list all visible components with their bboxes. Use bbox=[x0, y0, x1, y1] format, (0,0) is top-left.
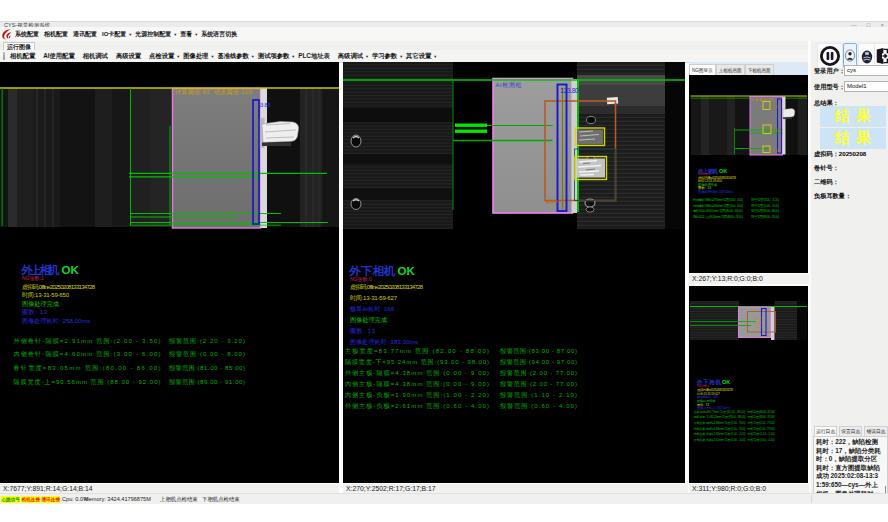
app-status-bar: 心跳信号 相机连接 通讯连接 Cpu: 0.0% Memory: 3424.41… bbox=[0, 493, 888, 504]
camera-view-left[interactable]: 53.88 计算阈值:93, 动态阈值:100 外上相机 OK NG张数:1 虚… bbox=[0, 62, 339, 483]
svg-text:虚拟码:0ffline20250208133134728: 虚拟码:0ffline20250208133134728 bbox=[22, 283, 96, 290]
left-view-coords: X:7677;Y:891;R:14;G:14;B:14 bbox=[3, 485, 93, 492]
svg-text:报警范围:(2.20 - 3.20): 报警范围:(2.20 - 3.20) bbox=[168, 337, 245, 345]
svg-text:报警范围:(2.00 - 77.00): 报警范围:(2.00 - 77.00) bbox=[748, 426, 775, 430]
svg-text:内侧卷针-隔膜=4.60mm 范围:(3.00 - 6.00: 内侧卷针-隔膜=4.60mm 范围:(3.00 - 6.00) bbox=[693, 203, 743, 208]
user-icon bbox=[844, 44, 856, 67]
statusbar-divider bbox=[811, 495, 812, 503]
neg-tab-count-label: 负极耳数量： bbox=[814, 192, 851, 201]
menu-item-camera-config[interactable]: 相机配置 bbox=[44, 30, 68, 39]
svg-text:报警范围:(1.10 - 2.10): 报警范围:(1.10 - 2.10) bbox=[499, 391, 577, 399]
bottom-camera-check-message: 下相机点检结束 bbox=[202, 496, 240, 503]
heartbeat-status-badge: 心跳信号 bbox=[1, 496, 20, 503]
app-screen: CYS-视觉检测系统 — □ × 系统配置 相机配置 通讯配置 IO卡配置 ▼ … bbox=[0, 0, 888, 522]
menu-item-light-config[interactable]: 光源控制配置 bbox=[135, 30, 171, 39]
login-user-field[interactable]: cys bbox=[844, 65, 888, 76]
center-camera-image: 123.80 AI检测框 极耳宽度 外下相机 OK NG张数:0 虚拟码:0ff… bbox=[343, 62, 685, 483]
mini-bottom-image: 83.77 4.38 2.61 外下相机 OK NG张数:0 虚拟码:0ffli… bbox=[689, 286, 808, 483]
svg-text:时间:13-31-59-627: 时间:13-31-59-627 bbox=[350, 295, 398, 302]
virtual-code-row: 虚拟码：20250208 bbox=[814, 150, 866, 159]
svg-text:2.61: 2.61 bbox=[756, 324, 762, 328]
svg-text:图像处理完成: 图像处理完成 bbox=[350, 316, 387, 324]
svg-text:外侧卷针-隔膜=2.91mm 范围:(2.00 - 3.50: 外侧卷针-隔膜=2.91mm 范围:(2.00 - 3.50) bbox=[14, 337, 161, 345]
camera-view-center[interactable]: 123.80 AI检测框 极耳宽度 外下相机 OK NG张数:0 虚拟码:0ff… bbox=[343, 62, 685, 483]
mini-view-tabs: NG图显示 上相机画面 下相机画面 bbox=[689, 62, 808, 75]
svg-text:报警范围:(83.00 - 87.00): 报警范围:(83.00 - 87.00) bbox=[499, 347, 577, 355]
dropdown-arrow-icon: ▼ bbox=[210, 54, 214, 59]
menu-item-system-config[interactable]: 系统配置 bbox=[15, 30, 39, 39]
blue-measure-value: 53.88 bbox=[258, 102, 271, 108]
right-side-panel: 登录用户： cys 使用型号： Model1 总结果： 结果 结果 虚拟码：20… bbox=[809, 41, 888, 503]
result-badge-top: 结果 bbox=[820, 106, 886, 127]
needle-number-label: 卷针号： bbox=[814, 164, 839, 173]
model-field[interactable]: Model1 bbox=[844, 81, 888, 92]
svg-text:报警范围:(0.00 - 8.00): 报警范围:(0.00 - 8.00) bbox=[168, 350, 245, 358]
svg-text:4.60: 4.60 bbox=[773, 129, 779, 133]
mini-top-statusbar: X:267;Y:13;R:0;G:0;B:0 bbox=[689, 273, 811, 284]
svg-text:隔膜宽度-上=90.56mm 范围:(88.00 - 92.: 隔膜宽度-上=90.56mm 范围:(88.00 - 92.00) bbox=[14, 378, 161, 386]
dropdown-arrow-icon: ▼ bbox=[433, 54, 437, 59]
svg-text:报警范围:(94.00 - 97.00): 报警范围:(94.00 - 97.00) bbox=[748, 415, 775, 419]
toolbar-items: 相机配置 AI使用配置 相机调试 高级设置 点检设置 ▼ 图像处理 ▼ 基准线参… bbox=[10, 50, 440, 62]
menu-items: 系统配置 相机配置 通讯配置 IO卡配置 ▼ 光源控制配置 ▼ 查看 ▼ 系统语… bbox=[15, 27, 237, 41]
model-label: 使用型号： bbox=[814, 83, 845, 92]
app-logo-icon bbox=[1, 28, 13, 41]
comm-link-status-badge: 通讯连接 bbox=[41, 496, 60, 503]
tool-baseline-params[interactable]: 基准线参数 bbox=[217, 52, 248, 61]
menu-item-language[interactable]: 系统语言切换 bbox=[201, 30, 237, 39]
svg-text:报警范围:(83.00 - 87.00): 报警范围:(83.00 - 87.00) bbox=[748, 409, 775, 413]
tool-spot-check[interactable]: 点检设置 bbox=[149, 52, 174, 61]
svg-text:报警范围:(2.00 - 77.00): 报警范围:(2.00 - 77.00) bbox=[748, 421, 775, 425]
menu-item-comm-config[interactable]: 通讯配置 bbox=[73, 30, 97, 39]
pause-icon bbox=[818, 44, 842, 68]
svg-text:圈数: 13: 圈数: 13 bbox=[350, 328, 376, 335]
left-camera-image: 53.88 计算阈值:93, 动态阈值:100 外上相机 OK NG张数:1 虚… bbox=[0, 62, 339, 483]
svg-text:2.91: 2.91 bbox=[772, 105, 778, 109]
tool-image-process[interactable]: 图像处理 bbox=[183, 52, 208, 61]
svg-text:时间:13-31-59-650: 时间:13-31-59-650 bbox=[22, 292, 70, 299]
dropdown-arrow-icon: ▼ bbox=[176, 54, 180, 59]
svg-text:图像处理耗时: 183.00ms: 图像处理耗时: 183.00ms bbox=[350, 338, 418, 346]
tool-advanced-settings[interactable]: 高级设置 bbox=[116, 52, 141, 61]
svg-text:OK: OK bbox=[722, 379, 730, 385]
tool-learning-params[interactable]: 学习参数 bbox=[372, 52, 397, 61]
svg-text:内侧主极-隔膜=4.38mm 范围:(0.00 - 9.00: 内侧主极-隔膜=4.38mm 范围:(0.00 - 9.00) bbox=[345, 380, 489, 388]
ai-detect-box bbox=[493, 79, 573, 214]
virtual-code-value: 20250208 bbox=[839, 150, 867, 157]
svg-text:外侧卷针-隔膜=2.91mm 范围:(2.00 - 3.50: 外侧卷针-隔膜=2.91mm 范围:(2.00 - 3.50) bbox=[693, 197, 743, 202]
svg-text:报警范围:(0.00 - 8.00): 报警范围:(0.00 - 8.00) bbox=[751, 203, 779, 208]
svg-text:报警范围:(81.00 - 85.00): 报警范围:(81.00 - 85.00) bbox=[751, 208, 779, 213]
tool-camera-config[interactable]: 相机配置 bbox=[10, 52, 35, 61]
mini-view-top[interactable]: 计算阈值:93 2.91 4.60 90.56 bbox=[689, 75, 808, 273]
svg-text:OK: OK bbox=[719, 168, 727, 174]
tool-ai-config[interactable]: AI使用配置 bbox=[43, 52, 75, 61]
tool-other-settings[interactable]: 其它设置 bbox=[406, 52, 431, 61]
tool-camera-debug[interactable]: 相机调试 bbox=[83, 52, 108, 61]
menu-item-io-config[interactable]: IO卡配置 bbox=[102, 30, 126, 39]
menu-item-view[interactable]: 查看 bbox=[180, 30, 192, 39]
tool-advanced-debug[interactable]: 高级调试 bbox=[338, 52, 363, 61]
svg-text:报警范围:(81.00 - 85.00): 报警范围:(81.00 - 85.00) bbox=[168, 364, 245, 372]
tool-test-params[interactable]: 测试项参数 bbox=[258, 52, 289, 61]
pause-button[interactable] bbox=[817, 43, 843, 69]
svg-text:图像处理完成: 图像处理完成 bbox=[22, 300, 59, 308]
tool-plc-address[interactable]: PLC地址表 bbox=[298, 52, 330, 61]
virtual-code-label: 虚拟码： bbox=[814, 150, 839, 157]
svg-text:圈数: 13: 圈数: 13 bbox=[22, 309, 48, 316]
mini-view-bottom[interactable]: 83.77 4.38 2.61 外下相机 OK NG张数:0 虚拟码:0ffli… bbox=[689, 286, 808, 483]
svg-text:报警范围:(2.20 - 3.20): 报警范围:(2.20 - 3.20) bbox=[751, 197, 779, 202]
svg-text:报警范围:(2.00 - 77.00): 报警范围:(2.00 - 77.00) bbox=[499, 380, 577, 388]
blue-measure-value: 123.80 bbox=[560, 87, 579, 94]
log-output-box[interactable]: 耗时：222，缺陷检测耗时：17，缺陷分类耗时：0，缺陷提取分区耗时：直方图提取… bbox=[813, 436, 888, 499]
dropdown-arrow-icon: ▼ bbox=[399, 54, 403, 59]
toolbar-grip-icon[interactable] bbox=[3, 52, 5, 60]
memory-usage: Memory: 3424.41796875M bbox=[84, 496, 151, 503]
qr-code-label: 二维码： bbox=[814, 178, 839, 187]
svg-text:内侧卷针-隔膜=4.60mm 范围:(3.00 - 6.00: 内侧卷针-隔膜=4.60mm 范围:(3.00 - 6.00) bbox=[14, 350, 161, 358]
separator-region-box bbox=[173, 89, 261, 229]
film-edge-strip bbox=[261, 88, 268, 228]
camera-link-status-badge: 相机连接 bbox=[21, 496, 40, 503]
svg-text:报警范围:(94.00 - 97.00): 报警范围:(94.00 - 97.00) bbox=[499, 358, 577, 366]
svg-text:OK: OK bbox=[398, 265, 416, 277]
svg-text:主极宽度=83.77mm 范围:(82.00 - 88.00: 主极宽度=83.77mm 范围:(82.00 - 88.00) bbox=[694, 409, 746, 413]
